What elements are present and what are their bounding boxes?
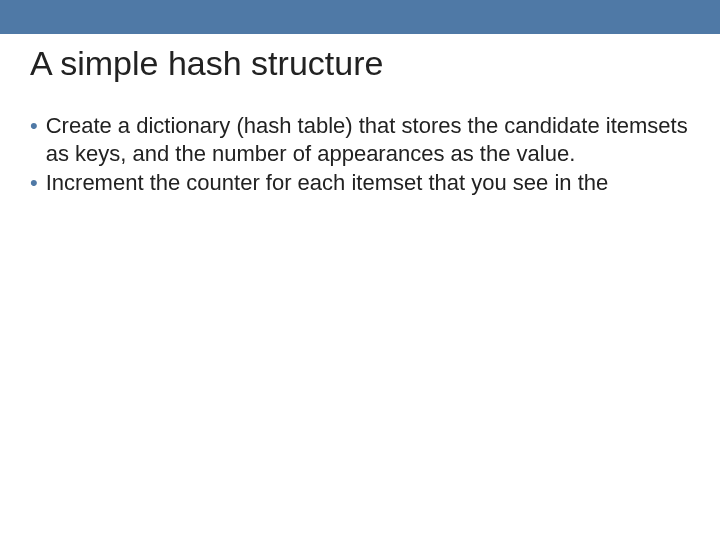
bullet-icon: • [30,169,38,197]
bullet-text: Increment the counter for each itemset t… [46,169,690,197]
slide-title: A simple hash structure [30,44,383,83]
bullet-item: • Create a dictionary (hash table) that … [30,112,690,167]
accent-bar [0,0,720,34]
bullet-icon: • [30,112,38,140]
slide: A simple hash structure • Create a dicti… [0,0,720,540]
bullet-item: • Increment the counter for each itemset… [30,169,690,197]
slide-body: • Create a dictionary (hash table) that … [30,112,690,199]
bullet-text: Create a dictionary (hash table) that st… [46,112,690,167]
